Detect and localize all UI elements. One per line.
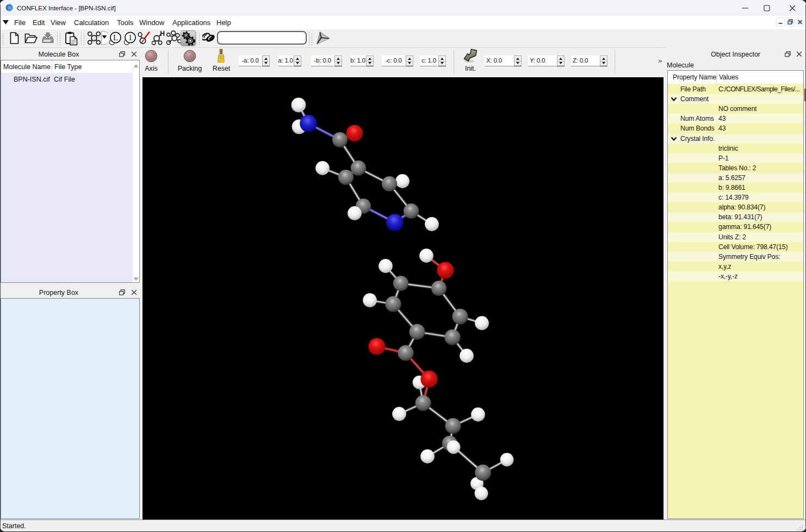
- svg-text:1: 1: [128, 33, 133, 42]
- svg-text:L: L: [113, 33, 118, 42]
- svg-text:C: C: [7, 4, 11, 11]
- svg-text:H: H: [160, 31, 165, 38]
